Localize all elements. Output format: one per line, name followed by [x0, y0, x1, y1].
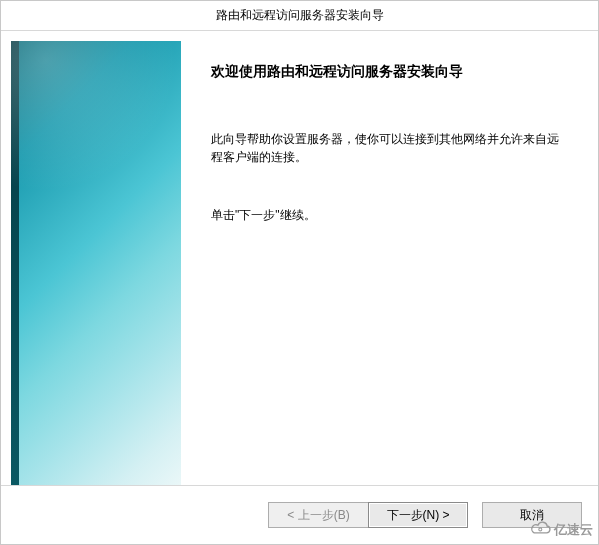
- continue-hint: 单击"下一步"继续。: [211, 206, 564, 224]
- wizard-banner-image: [11, 41, 181, 485]
- back-button[interactable]: < 上一步(B): [268, 502, 368, 528]
- window-title: 路由和远程访问服务器安装向导: [216, 7, 384, 24]
- titlebar: 路由和远程访问服务器安装向导: [1, 1, 598, 31]
- text-panel: 欢迎使用路由和远程访问服务器安装向导 此向导帮助你设置服务器，使你可以连接到其他…: [181, 41, 588, 485]
- intro-text: 此向导帮助你设置服务器，使你可以连接到其他网络并允许来自远程客户端的连接。: [211, 130, 564, 166]
- cancel-button[interactable]: 取消: [482, 502, 582, 528]
- welcome-heading: 欢迎使用路由和远程访问服务器安装向导: [211, 61, 564, 82]
- button-bar: < 上一步(B) 下一步(N) > 取消: [1, 486, 598, 544]
- wizard-window: 路由和远程访问服务器安装向导 欢迎使用路由和远程访问服务器安装向导 此向导帮助你…: [0, 0, 599, 545]
- content-area: 欢迎使用路由和远程访问服务器安装向导 此向导帮助你设置服务器，使你可以连接到其他…: [1, 31, 598, 486]
- next-button[interactable]: 下一步(N) >: [368, 502, 468, 528]
